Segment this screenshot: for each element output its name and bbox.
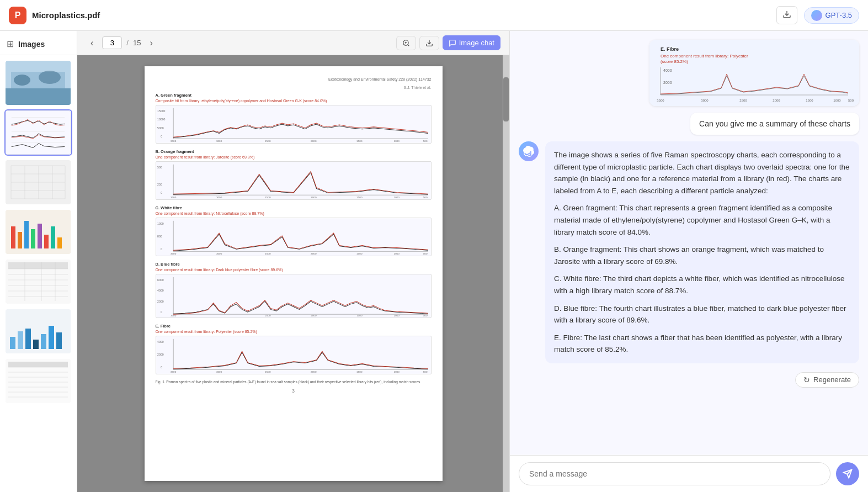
svg-text:250: 250 — [157, 183, 162, 186]
svg-rect-25 — [31, 229, 35, 248]
send-button[interactable] — [836, 462, 859, 485]
scrollbar-thumb — [503, 77, 509, 121]
send-icon — [843, 469, 853, 479]
svg-text:0: 0 — [161, 191, 162, 194]
chart-a: A. Green fragment Composite hit from lib… — [156, 93, 432, 144]
thumbnail-2[interactable] — [4, 109, 72, 156]
app-icon: P — [9, 7, 26, 24]
svg-text:1000: 1000 — [393, 196, 400, 199]
total-pages: 15 — [133, 39, 141, 47]
svg-text:1500: 1500 — [356, 314, 363, 317]
ai-response-bubble: The image shows a series of five Raman s… — [545, 141, 859, 363]
svg-text:1000: 1000 — [393, 314, 400, 317]
pdf-caption: Fig. 1. Raman spectra of five plastic an… — [156, 380, 432, 384]
svg-text:2000: 2000 — [311, 196, 317, 199]
svg-text:3500: 3500 — [170, 140, 176, 142]
thumbnail-5[interactable] — [4, 258, 72, 305]
paper-header: Ecotoxicology and Environmental Safety 2… — [156, 77, 432, 81]
chart-b-area: 500 250 0 3500 3000 2500 2000 1500 — [156, 161, 432, 200]
image-chat-button[interactable]: Image chat — [443, 35, 500, 50]
svg-text:500: 500 — [423, 252, 427, 255]
svg-text:2000: 2000 — [157, 300, 164, 303]
svg-text:2500: 2500 — [265, 140, 271, 142]
chart-a-sublabel: Composite hit from library: ethylene/pol… — [156, 99, 432, 103]
svg-text:2000: 2000 — [311, 252, 317, 255]
svg-text:6000: 6000 — [157, 278, 164, 282]
title-bar: P Microplastics.pdf GPT-3.5 — [0, 0, 868, 31]
chart-e-label: E. Fibre — [156, 324, 432, 329]
svg-text:3000: 3000 — [701, 99, 709, 102]
svg-text:2500: 2500 — [265, 314, 271, 317]
images-icon: ⊞ — [7, 39, 14, 49]
svg-text:3000: 3000 — [216, 196, 222, 199]
svg-rect-45 — [33, 340, 39, 349]
ai-item-a: A. Green fragment: This chart represents… — [554, 202, 850, 238]
svg-text:1000: 1000 — [393, 371, 400, 373]
svg-rect-29 — [57, 237, 62, 248]
thumbnail-7[interactable] — [4, 358, 72, 404]
page-input[interactable] — [102, 36, 122, 49]
svg-rect-50 — [8, 362, 68, 367]
message-input[interactable] — [519, 462, 830, 485]
app-title: Microplastics.pdf — [32, 10, 100, 20]
ai-item-b: B. Orange fragment: This chart shows an … — [554, 244, 850, 267]
svg-rect-43 — [18, 331, 23, 349]
title-right: GPT-3.5 — [776, 6, 859, 24]
svg-point-5 — [39, 71, 61, 84]
ai-item-d: D. Blue fibre: The fourth chart illustra… — [554, 303, 850, 326]
svg-text:4000: 4000 — [663, 68, 672, 72]
chart-a-label: A. Green fragment — [156, 93, 432, 98]
thumbnail-4[interactable] — [4, 209, 72, 255]
chat-icon — [449, 39, 456, 47]
svg-text:1500: 1500 — [356, 252, 363, 255]
sidebar: ⊞ Images — [0, 31, 77, 492]
svg-text:2500: 2500 — [739, 99, 747, 102]
thumbnail-1[interactable] — [4, 60, 72, 106]
page-separator: / — [126, 39, 129, 47]
user-question-text: Can you give me a summary of these chart… — [699, 119, 850, 128]
chart-c-sublabel: One component result from library: Nitro… — [156, 211, 432, 215]
svg-rect-48 — [56, 332, 62, 349]
regenerate-label: Regenerate — [813, 375, 851, 384]
chart-d-sublabel: One component result from library: Dark … — [156, 268, 432, 272]
svg-text:0: 0 — [161, 135, 162, 138]
chat-messages: E. Fibre One component result from libra… — [510, 31, 868, 455]
chart-e-sublabel: One component result from library: Polye… — [156, 330, 432, 334]
svg-rect-31 — [8, 262, 68, 269]
svg-text:3000: 3000 — [216, 252, 222, 255]
svg-text:E. Fibre: E. Fibre — [661, 46, 679, 52]
chart-a-area: 15000 10000 5000 0 3500 — [156, 105, 432, 144]
svg-rect-22 — [11, 226, 15, 248]
svg-text:One component result from libr: One component result from library: Polye… — [661, 54, 748, 59]
chart-preview-area: E. Fibre One component result from libra… — [649, 40, 859, 106]
svg-rect-42 — [10, 337, 15, 349]
svg-rect-23 — [18, 232, 22, 248]
svg-text:500: 500 — [423, 314, 427, 317]
prev-page-button[interactable]: ‹ — [86, 36, 98, 50]
svg-text:2000: 2000 — [663, 81, 672, 84]
zoom-button[interactable] — [396, 36, 416, 50]
pdf-toolbar: ‹ / 15 › Image chat — [77, 31, 509, 55]
next-page-button[interactable]: › — [145, 36, 157, 50]
svg-line-59 — [407, 44, 409, 46]
svg-text:3500: 3500 — [170, 371, 176, 373]
thumbnail-list — [0, 55, 77, 409]
svg-rect-28 — [51, 226, 55, 248]
thumbnail-6[interactable] — [4, 308, 72, 355]
chart-b: B. Orange fragment One component result … — [156, 149, 432, 200]
download-button[interactable] — [776, 6, 797, 24]
thumbnail-3[interactable] — [4, 159, 72, 205]
ai-item-c: C. White fibre: The third chart depicts … — [554, 273, 850, 297]
chart-b-label: B. Orange fragment — [156, 149, 432, 154]
download-pdf-button[interactable] — [419, 36, 439, 50]
svg-text:2000: 2000 — [311, 314, 317, 317]
pdf-scrollbar[interactable] — [503, 55, 509, 492]
svg-text:2000: 2000 — [311, 140, 317, 142]
svg-rect-46 — [41, 334, 46, 349]
title-left: P Microplastics.pdf — [9, 7, 100, 24]
chart-d-label: D. Blue fibre — [156, 262, 432, 267]
svg-rect-44 — [25, 329, 31, 349]
svg-text:3000: 3000 — [216, 371, 222, 373]
gpt-badge: GPT-3.5 — [804, 7, 859, 24]
regenerate-button[interactable]: ↻ Regenerate — [795, 372, 859, 388]
